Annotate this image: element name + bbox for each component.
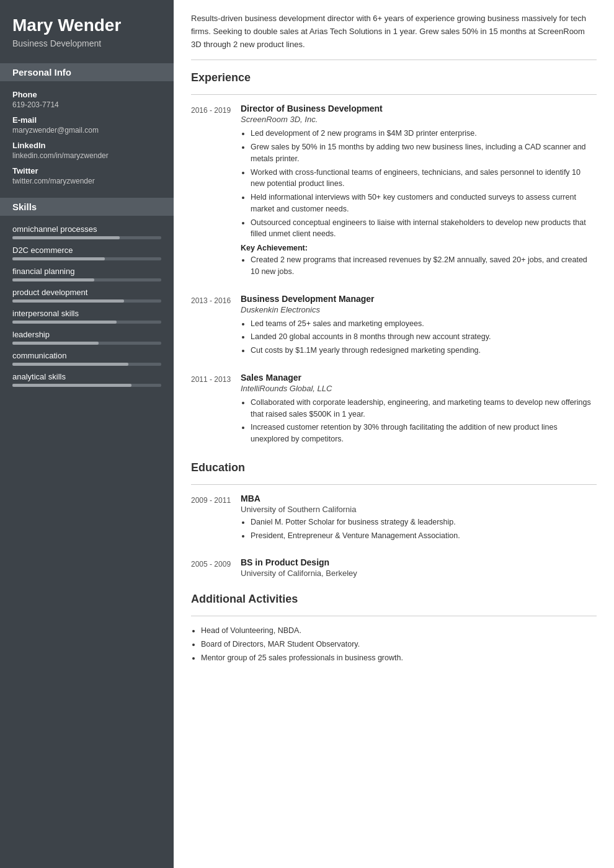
edu-school: University of California, Berkeley: [241, 569, 597, 578]
experience-entry: 2013 - 2016Business Development ManagerD…: [191, 294, 597, 360]
skill-name: financial planning: [12, 267, 161, 276]
skill-name: interpersonal skills: [12, 309, 161, 318]
skill-name: omnichannel processes: [12, 224, 161, 234]
skill-bar-fill: [12, 363, 128, 366]
skill-name: communication: [12, 351, 161, 360]
skill-bar-fill: [12, 257, 105, 260]
company-name: Duskenkin Electronics: [241, 305, 597, 314]
additional-section-title: Additional Activities: [191, 593, 597, 608]
job-bullets: Led teams of 25+ sales and marketing emp…: [241, 318, 597, 356]
bullet-item: Increased customer retention by 30% thro…: [251, 422, 597, 445]
personal-info-section-title: Personal Info: [0, 63, 174, 81]
additional-bullet-item: Mentor group of 25 sales professionals i…: [201, 652, 597, 664]
entry-dates: 2011 - 2013: [191, 373, 241, 449]
education-container: 2009 - 2011MBAUniversity of Southern Cal…: [191, 494, 597, 581]
contact-label: Phone: [12, 90, 161, 99]
contacts-container: Phone619-203-7714E-mailmaryzwender@gmail…: [12, 90, 161, 185]
edu-dates: 2009 - 2011: [191, 494, 241, 546]
skill-bar-background: [12, 321, 161, 324]
education-divider: [191, 484, 597, 485]
job-bullets: Collaborated with corporate leadership, …: [241, 397, 597, 445]
skills-container: omnichannel processesD2C ecommercefinanc…: [12, 224, 161, 387]
job-title: Director of Business Development: [241, 104, 597, 113]
edu-content: BS in Product DesignUniversity of Califo…: [241, 557, 597, 580]
contact-value: twitter.com/maryzwender: [12, 177, 161, 185]
skills-section-title: Skills: [0, 198, 174, 216]
experience-entry: 2011 - 2013Sales ManagerIntelliRounds Gl…: [191, 373, 597, 449]
skill-name: D2C ecommerce: [12, 246, 161, 255]
contact-label: Twitter: [12, 166, 161, 175]
contact-value: linkedin.com/in/maryzwender: [12, 151, 161, 160]
bullet-item: Collaborated with corporate leadership, …: [251, 397, 597, 420]
bullet-item: Grew sales by 50% in 15 months by adding…: [251, 141, 597, 165]
education-entry: 2005 - 2009BS in Product DesignUniversit…: [191, 557, 597, 580]
skill-bar-background: [12, 299, 161, 303]
achievement-bullets: Created 2 new programs that increased re…: [241, 254, 597, 278]
experience-divider: [191, 94, 597, 95]
experience-section-title: Experience: [191, 71, 597, 87]
contact-value: 619-203-7714: [12, 100, 161, 109]
edu-bullets: Daniel M. Potter Scholar for business st…: [241, 516, 597, 542]
skills-section: Skills omnichannel processesD2C ecommerc…: [12, 198, 161, 387]
skill-bar-background: [12, 257, 161, 260]
edu-bullet-item: Daniel M. Potter Scholar for business st…: [251, 516, 597, 528]
company-name: IntelliRounds Global, LLC: [241, 384, 597, 393]
additional-bullet-item: Head of Volunteering, NBDA.: [201, 625, 597, 637]
edu-bullet-item: President, Entrepreneur & Venture Manage…: [251, 530, 597, 542]
summary-text: Results-driven business development dire…: [191, 12, 597, 60]
skill-bar-fill: [12, 321, 117, 324]
key-achievement-label: Key Achievement:: [241, 244, 597, 252]
main-content: Results-driven business development dire…: [174, 0, 614, 868]
entry-dates: 2013 - 2016: [191, 294, 241, 360]
skill-bar-fill: [12, 384, 131, 387]
bullet-item: Landed 20 global accounts in 8 months th…: [251, 331, 597, 343]
candidate-name: Mary Wender: [12, 15, 161, 36]
skill-bar-fill: [12, 299, 124, 303]
skill-name: leadership: [12, 330, 161, 339]
bullet-item: Outsourced conceptual engineers to liais…: [251, 217, 597, 241]
edu-dates: 2005 - 2009: [191, 557, 241, 580]
contact-label: E-mail: [12, 115, 161, 125]
bullet-item: Cut costs by $1.1M yearly through redesi…: [251, 345, 597, 356]
company-name: ScreenRoom 3D, Inc.: [241, 115, 597, 124]
candidate-title: Business Development: [12, 38, 161, 48]
bullet-item: Worked with cross-functional teams of en…: [251, 167, 597, 190]
edu-school: University of Southern California: [241, 505, 597, 514]
skill-bar-background: [12, 278, 161, 281]
bullet-item: Led teams of 25+ sales and marketing emp…: [251, 318, 597, 330]
entry-content: Sales ManagerIntelliRounds Global, LLCCo…: [241, 373, 597, 449]
achievement-bullet-item: Created 2 new programs that increased re…: [251, 254, 597, 278]
bullet-item: Held informational interviews with 50+ k…: [251, 192, 597, 215]
edu-degree: MBA: [241, 494, 597, 503]
skill-bar-fill: [12, 342, 99, 345]
additional-divider: [191, 616, 597, 616]
entry-dates: 2016 - 2019: [191, 104, 241, 281]
additional-bullet-item: Board of Directors, MAR Student Observat…: [201, 639, 597, 650]
skill-bar-background: [12, 384, 161, 387]
edu-degree: BS in Product Design: [241, 557, 597, 567]
skill-name: product development: [12, 288, 161, 297]
edu-content: MBAUniversity of Southern CaliforniaDani…: [241, 494, 597, 546]
experience-section: Experience 2016 - 2019Director of Busine…: [191, 71, 597, 449]
contact-value: maryzwender@gmail.com: [12, 126, 161, 135]
job-title: Business Development Manager: [241, 294, 597, 304]
contact-label: LinkedIn: [12, 141, 161, 150]
bullet-item: Led development of 2 new programs in $4M…: [251, 128, 597, 140]
skill-bar-fill: [12, 236, 120, 239]
skill-bar-background: [12, 342, 161, 345]
experience-container: 2016 - 2019Director of Business Developm…: [191, 104, 597, 449]
skill-bar-fill: [12, 278, 94, 281]
experience-entry: 2016 - 2019Director of Business Developm…: [191, 104, 597, 281]
skill-bar-background: [12, 236, 161, 239]
entry-content: Director of Business DevelopmentScreenRo…: [241, 104, 597, 281]
skill-name: analytical skills: [12, 372, 161, 381]
education-entry: 2009 - 2011MBAUniversity of Southern Cal…: [191, 494, 597, 546]
entry-content: Business Development ManagerDuskenkin El…: [241, 294, 597, 360]
sidebar: Mary Wender Business Development Persona…: [0, 0, 174, 868]
job-title: Sales Manager: [241, 373, 597, 383]
additional-bullets: Head of Volunteering, NBDA.Board of Dire…: [191, 625, 597, 663]
additional-section: Additional Activities Head of Volunteeri…: [191, 593, 597, 663]
skill-bar-background: [12, 363, 161, 366]
education-section: Education 2009 - 2011MBAUniversity of So…: [191, 461, 597, 581]
education-section-title: Education: [191, 461, 597, 477]
